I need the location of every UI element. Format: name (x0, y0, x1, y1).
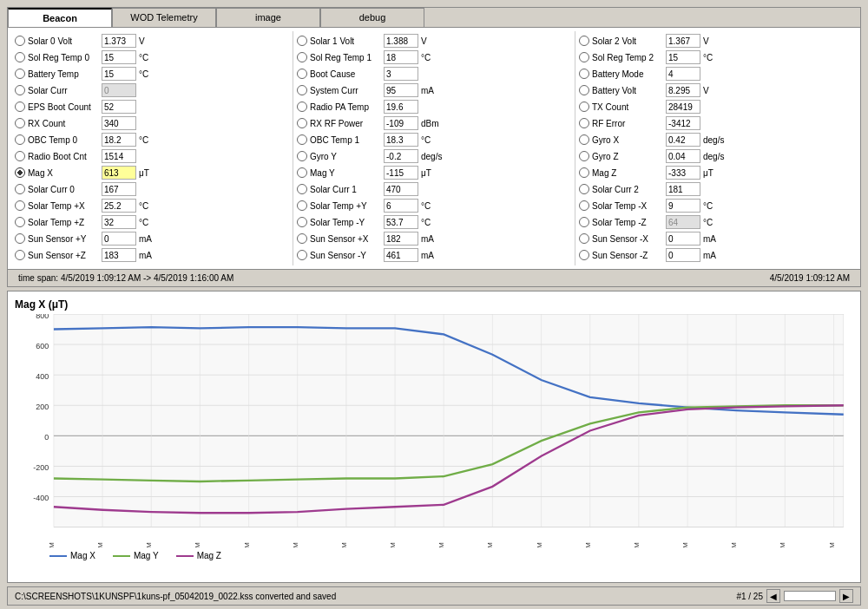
radio-sunsenspz[interactable] (15, 250, 25, 260)
radio-obctemp0[interactable] (15, 134, 25, 145)
list-item: RX Count 340 (15, 115, 289, 131)
svg-text:0: 0 (44, 433, 49, 442)
svg-text:16:00 AM: 16:00 AM (828, 542, 836, 547)
radio-systemcurr[interactable] (297, 85, 307, 95)
list-item: Solar Curr 1 470 (297, 181, 571, 197)
radio-sunsensnx[interactable] (579, 233, 589, 244)
radio-solregtemp0[interactable] (15, 52, 25, 62)
radio-solartempz[interactable] (15, 217, 25, 227)
radio-epsboot[interactable] (15, 102, 25, 112)
radio-gyrox[interactable] (579, 134, 589, 145)
radio-solartempny[interactable] (297, 217, 307, 227)
svg-text:12:59 AM: 12:59 AM (536, 542, 543, 547)
list-item: Sun Sensor -X 0 mA (579, 231, 853, 246)
radio-sunsensnz[interactable] (579, 250, 589, 260)
svg-text:11:59 AM: 11:59 AM (389, 542, 397, 547)
chart-legend: Mag X Mag Y Mag Z (15, 551, 853, 560)
radio-sunsensny[interactable] (297, 250, 307, 260)
radio-radiobootcnt[interactable] (15, 151, 25, 161)
footer-path: C:\SCREENSHOTS\1KUNSPF\1kuns-pf_05042019… (15, 592, 336, 601)
list-item: Sun Sensor +Z 183 mA (15, 247, 289, 263)
list-item: OBC Temp 1 18.3 °C (297, 132, 571, 147)
radio-gyroz[interactable] (579, 151, 589, 161)
radio-solar0volt[interactable] (15, 36, 25, 46)
radio-solartempnz[interactable] (579, 217, 589, 227)
list-item: Solar Curr 0 167 (15, 181, 289, 197)
radio-magy[interactable] (297, 167, 307, 178)
radio-solartempx[interactable] (15, 200, 25, 211)
radio-txcount[interactable] (579, 102, 589, 112)
nav-prev-button[interactable]: ◀ (766, 589, 780, 603)
list-item: Solar 0 Volt 1.373 V (15, 33, 289, 49)
radio-battvolt[interactable] (579, 85, 589, 95)
nav-slider[interactable] (784, 591, 836, 601)
timespan-current: 4/5/2019 1:09:12 AM (770, 273, 850, 283)
list-item: Gyro Z 0.04 deg/s (579, 148, 853, 164)
data-column-1: Solar 0 Volt 1.373 V Sol Reg Temp 0 15 °… (11, 31, 293, 265)
list-item: Gyro X 0.42 deg/s (579, 132, 853, 147)
legend-magy: Mag Y (113, 551, 159, 560)
list-item: Solar Temp +Y 6 °C (297, 198, 571, 213)
tab-image[interactable]: image (216, 8, 320, 27)
radio-magz[interactable] (579, 167, 589, 178)
chart-title: Mag X (μT) (15, 298, 853, 311)
svg-text:11:44 AM: 11:44 AM (340, 542, 348, 547)
list-item: Battery Temp 15 °C (15, 66, 289, 82)
list-item: Radio Boot Cnt 1514 (15, 148, 289, 164)
svg-text:11:00 AM: 11:00 AM (243, 542, 251, 547)
radio-solar2volt[interactable] (579, 36, 589, 46)
list-item: Solar 1 Volt 1.388 V (297, 33, 571, 49)
tab-beacon[interactable]: Beacon (8, 8, 112, 27)
radio-batttemp[interactable] (15, 69, 25, 79)
svg-text:13:44 AM: 13:44 AM (681, 542, 689, 547)
legend-magy-label: Mag Y (134, 551, 159, 560)
radio-solartempy[interactable] (297, 200, 307, 211)
radio-radiopa[interactable] (297, 102, 307, 112)
time-bar: time span: 4/5/2019 1:09:12 AM -> 4/5/20… (7, 270, 861, 287)
tab-wod[interactable]: WOD Telemetry (112, 8, 216, 27)
radio-rxcount[interactable] (15, 118, 25, 128)
svg-text:600: 600 (36, 342, 49, 350)
list-item: Solar Temp -Y 53.7 °C (297, 214, 571, 230)
radio-solregtemp1[interactable] (297, 52, 307, 62)
radio-solartempnx[interactable] (579, 200, 589, 211)
radio-solar1volt[interactable] (297, 36, 307, 46)
radio-sunsenspy[interactable] (15, 233, 25, 244)
radio-sunsenspx[interactable] (297, 233, 307, 244)
list-item: Gyro Y -0.2 deg/s (297, 148, 571, 164)
list-item: Sun Sensor +X 182 mA (297, 231, 571, 246)
radio-solarcurr0[interactable] (15, 184, 25, 194)
radio-solregtemp2[interactable] (579, 52, 589, 62)
radio-magx[interactable] (15, 167, 25, 178)
list-item: Solar Curr 0 (15, 82, 289, 98)
radio-bootcause[interactable] (297, 69, 307, 79)
radio-solarcurr1[interactable] (297, 184, 307, 194)
radio-battmode[interactable] (579, 69, 589, 79)
svg-text:10:35 AM: 10:35 AM (194, 542, 202, 547)
list-item: Solar 2 Volt 1.367 V (579, 33, 853, 49)
radio-rxrfpower[interactable] (297, 118, 307, 128)
list-item: Sun Sensor -Z 0 mA (579, 247, 853, 263)
list-item: Battery Mode 4 (579, 66, 853, 82)
data-column-3: Solar 2 Volt 1.367 V Sol Reg Temp 2 15 °… (575, 31, 857, 265)
radio-solarcurr2[interactable] (579, 184, 589, 194)
radio-solarcurr[interactable] (15, 85, 25, 95)
list-item: System Curr 95 mA (297, 82, 571, 98)
nav-next-button[interactable]: ▶ (839, 589, 853, 603)
tab-debug[interactable]: debug (320, 8, 424, 27)
radio-obctemp1[interactable] (297, 134, 307, 145)
footer-page: #1 / 25 (736, 592, 763, 601)
list-item: Sol Reg Temp 2 15 °C (579, 49, 853, 65)
list-item: Mag Y -115 μT (297, 165, 571, 180)
tab-bar: Beacon WOD Telemetry image debug (7, 7, 861, 27)
svg-text:11:15 AM: 11:15 AM (292, 542, 299, 547)
footer: C:\SCREENSHOTS\1KUNSPF\1kuns-pf_05042019… (7, 586, 861, 606)
radio-rferror[interactable] (579, 118, 589, 128)
list-item: Sun Sensor +Y 0 mA (15, 231, 289, 246)
radio-gyroy[interactable] (297, 151, 307, 161)
chart-container: Mag X (μT) 800 600 400 200 0 (7, 291, 861, 583)
list-item: Solar Temp +X 25.2 °C (15, 198, 289, 213)
footer-nav: #1 / 25 ◀ ▶ (736, 589, 853, 603)
list-item: Sol Reg Temp 0 15 °C (15, 49, 289, 65)
list-item: EPS Boot Count 52 (15, 99, 289, 115)
